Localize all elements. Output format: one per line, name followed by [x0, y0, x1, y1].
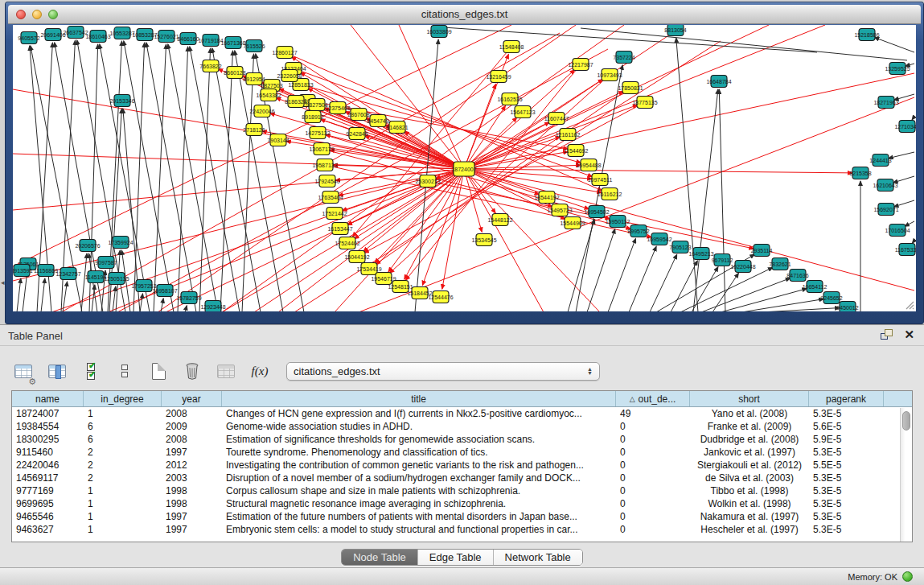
graph-node-teal[interactable]: 10719184: [198, 35, 223, 47]
black-edge[interactable]: [108, 41, 121, 311]
table-row[interactable]: 969969511998Structural magnetic resonanc…: [12, 497, 912, 510]
red-edge[interactable]: [389, 75, 610, 273]
graph-node-yellow[interactable]: 18775135: [632, 97, 657, 109]
graph-node-teal[interactable]: 15276021: [154, 31, 179, 43]
black-edge[interactable]: [587, 229, 615, 311]
table-row[interactable]: 911546021997Tourette syndrome. Phenomeno…: [12, 446, 912, 459]
red-edge[interactable]: [278, 169, 464, 311]
black-edge[interactable]: [889, 152, 914, 159]
graph-node-teal[interactable]: 16671368: [220, 37, 245, 49]
black-edge[interactable]: [212, 48, 261, 311]
graph-node-yellow[interactable]: 17924540: [314, 175, 339, 187]
resize-grip-icon[interactable]: [903, 299, 914, 310]
select-column-button[interactable]: [45, 359, 69, 383]
row-options-button[interactable]: [113, 359, 137, 383]
black-edge[interactable]: [761, 308, 840, 311]
function-builder-button[interactable]: f(x): [248, 359, 272, 383]
graph-node-teal[interactable]: 26637542: [63, 27, 88, 39]
graph-node-teal[interactable]: 8813054: [664, 25, 686, 36]
black-edge[interactable]: [41, 278, 45, 311]
table-row[interactable]: 946362711997Embryonic stem cells: a mode…: [12, 523, 912, 536]
graph-node-teal[interactable]: 11675331: [895, 244, 916, 256]
black-edge[interactable]: [912, 117, 914, 120]
graph-node-teal[interactable]: 16648784: [706, 76, 731, 88]
column-header-short[interactable]: short: [690, 391, 809, 406]
window-titlebar[interactable]: citations_edges.txt: [8, 5, 921, 24]
graph-node-teal[interactable]: 9405572: [18, 32, 39, 44]
float-panel-icon[interactable]: [881, 329, 893, 340]
graph-node-teal[interactable]: 10220448: [730, 261, 755, 273]
graph-node-yellow[interactable]: 13067179: [309, 143, 334, 155]
black-edge[interactable]: [124, 41, 174, 311]
black-edge[interactable]: [154, 44, 166, 311]
network-canvas[interactable]: 9405572206914062663754218610463105532871…: [13, 25, 916, 311]
graph-node-teal[interactable]: 9450012: [836, 302, 858, 312]
graph-node-teal[interactable]: 3913591: [13, 265, 33, 277]
column-header-in_degree[interactable]: in_degree: [84, 391, 162, 406]
vertical-scrollbar[interactable]: [900, 408, 912, 542]
graph-node-yellow[interactable]: 14275132: [305, 127, 330, 139]
table-row[interactable]: 946554611997Estimation of the future num…: [12, 510, 912, 523]
black-edge[interactable]: [431, 27, 817, 52]
graph-node-yellow[interactable]: 15954488: [576, 159, 601, 171]
column-header-name[interactable]: name: [12, 391, 84, 406]
graph-node-teal[interactable]: 10553287: [109, 27, 134, 39]
scrollbar-thumb[interactable]: [902, 411, 910, 431]
graph-node-yellow[interactable]: 9146821: [386, 122, 408, 134]
red-edge[interactable]: [442, 169, 464, 289]
column-header-year[interactable]: year: [162, 391, 222, 406]
black-edge[interactable]: [671, 261, 697, 311]
column-header-title[interactable]: title: [222, 391, 616, 406]
black-edge[interactable]: [81, 253, 87, 311]
graph-node-teal[interactable]: 8471636: [786, 270, 808, 282]
graph-node-yellow[interactable]: 10974511: [588, 174, 613, 186]
black-edge[interactable]: [629, 246, 656, 311]
graph-node-yellow[interactable]: 16162535: [497, 93, 522, 105]
graph-node-yellow[interactable]: 8186328: [285, 96, 306, 108]
black-edge[interactable]: [178, 47, 188, 311]
graph-node-teal[interactable]: 15692071: [873, 204, 898, 216]
graph-node-teal[interactable]: 7832621: [769, 258, 791, 270]
black-edge[interactable]: [568, 220, 594, 311]
graph-node-teal[interactable]: 13259525: [885, 63, 910, 75]
new-table-button[interactable]: [146, 359, 170, 383]
graph-node-yellow[interactable]: 13534545: [471, 234, 496, 246]
graph-node-teal[interactable]: 20691406: [40, 29, 65, 41]
black-edge[interactable]: [140, 294, 143, 311]
graph-node-teal[interactable]: 18271963: [873, 97, 898, 109]
graph-node-yellow[interactable]: 17524402: [335, 237, 359, 249]
graph-node-teal[interactable]: 8995752: [627, 225, 649, 237]
graph-node-teal[interactable]: 9245652: [820, 292, 842, 304]
graph-node-teal[interactable]: 15218586: [854, 29, 879, 41]
graph-node-teal[interactable]: 16495213: [688, 248, 713, 260]
black-edge[interactable]: [608, 238, 635, 311]
close-panel-icon[interactable]: ✕: [904, 329, 914, 340]
graph-node-yellow[interactable]: 11544692: [564, 145, 589, 157]
graph-node-teal[interactable]: 2935114: [751, 245, 773, 257]
graph-node-yellow[interactable]: 2718126: [243, 124, 265, 136]
graph-node-yellow[interactable]: 15044192: [344, 251, 369, 263]
graph-node-yellow[interactable]: 18724007: [451, 162, 476, 176]
graph-node-teal[interactable]: 9097587: [95, 257, 117, 269]
graph-node-yellow[interactable]: 7663822: [199, 60, 221, 72]
red-edge[interactable]: [464, 169, 852, 173]
graph-node-teal[interactable]: 7357224: [613, 51, 634, 64]
black-edge[interactable]: [17, 278, 21, 311]
table-row[interactable]: 1872400712008Changes of HCN gene express…: [12, 407, 912, 420]
graph-node-yellow[interactable]: 15495723: [547, 204, 572, 216]
select-all-button[interactable]: [79, 359, 103, 383]
black-edge[interactable]: [719, 89, 725, 311]
black-edge[interactable]: [185, 306, 187, 311]
graph-node-teal[interactable]: 7615526: [243, 40, 265, 52]
table-row[interactable]: 1938455462009Genome-wide association stu…: [12, 420, 912, 433]
graph-node-yellow[interactable]: 16116212: [598, 188, 622, 200]
red-edge[interactable]: [464, 91, 623, 169]
graph-node-teal[interactable]: 12923448: [200, 301, 225, 312]
delete-button[interactable]: [180, 359, 204, 383]
black-edge[interactable]: [676, 38, 698, 311]
graph-node-teal[interactable]: 16210643: [873, 179, 897, 192]
network-graph[interactable]: 9405572206914062663754218610463105532871…: [13, 25, 916, 311]
tab-network-table[interactable]: Network Table: [494, 550, 582, 565]
column-header-pagerank[interactable]: pagerank: [809, 391, 884, 406]
table-row[interactable]: 1456911722003Disruption of a novel membe…: [12, 472, 912, 484]
